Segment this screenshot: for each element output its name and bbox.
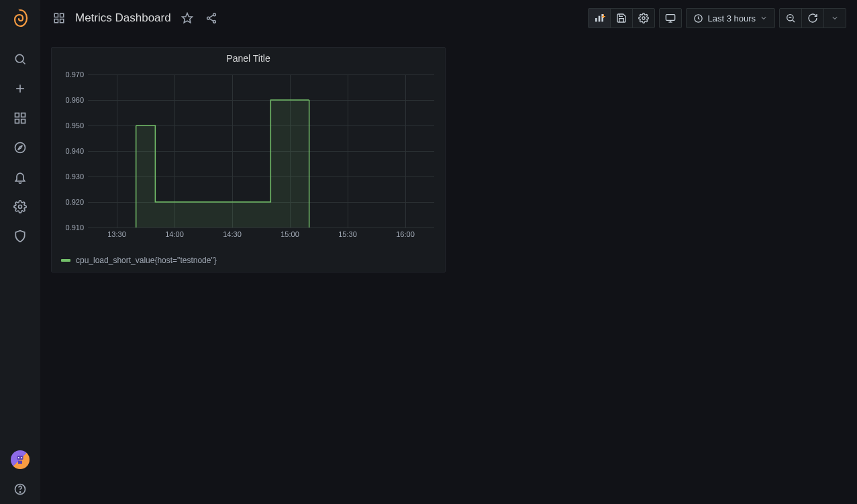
help-icon[interactable] (0, 474, 40, 504)
legend-swatch (61, 259, 70, 262)
svg-point-0 (15, 54, 23, 62)
svg-rect-7 (21, 119, 26, 123)
settings-button[interactable] (632, 8, 655, 28)
clock-icon (693, 13, 703, 23)
sidebar (0, 0, 40, 504)
svg-text:13:30: 13:30 (107, 230, 126, 238)
svg-text:0.910: 0.910 (65, 223, 84, 232)
avatar[interactable] (11, 450, 30, 469)
panel-title: Panel Title (52, 48, 445, 66)
refresh-button[interactable] (801, 8, 824, 28)
chevron-down-icon (760, 14, 768, 22)
svg-rect-20 (60, 19, 64, 23)
star-icon[interactable] (179, 10, 195, 26)
svg-rect-28 (599, 16, 601, 22)
page-title: Metrics Dashboard (75, 11, 171, 25)
svg-text:15:00: 15:00 (281, 230, 299, 238)
svg-text:16:00: 16:00 (396, 230, 415, 238)
bell-icon[interactable] (0, 162, 40, 192)
svg-line-26 (209, 19, 213, 21)
svg-rect-18 (60, 13, 64, 17)
svg-rect-6 (15, 119, 19, 123)
svg-rect-27 (595, 18, 597, 21)
grid-icon[interactable] (51, 10, 67, 26)
refresh-interval-button[interactable] (823, 8, 846, 28)
svg-rect-19 (54, 19, 58, 23)
compass-icon[interactable] (0, 133, 40, 162)
svg-point-14 (21, 457, 22, 458)
svg-point-8 (15, 143, 26, 153)
svg-text:0.970: 0.970 (65, 70, 84, 79)
svg-marker-9 (18, 146, 23, 150)
share-icon[interactable] (203, 10, 219, 26)
svg-point-13 (18, 457, 19, 458)
legend-label: cpu_load_short_value{host="testnode"} (76, 256, 217, 265)
svg-rect-4 (15, 113, 19, 117)
svg-text:0.930: 0.930 (65, 172, 84, 181)
zoom-out-button[interactable] (779, 8, 802, 28)
svg-rect-31 (666, 15, 675, 21)
svg-line-1 (23, 62, 26, 64)
svg-point-22 (213, 13, 215, 16)
time-range-button[interactable]: Last 3 hours (686, 8, 775, 28)
save-button[interactable] (610, 8, 633, 28)
panel[interactable]: Panel Title 0.9100.9200.9300.9400.9500.9… (51, 47, 446, 272)
svg-text:0.960: 0.960 (65, 96, 84, 104)
svg-text:0.940: 0.940 (65, 147, 84, 155)
svg-point-23 (207, 17, 209, 19)
dashboards-icon[interactable] (0, 103, 40, 133)
tv-mode-button[interactable] (659, 8, 682, 28)
svg-point-30 (642, 17, 645, 19)
svg-rect-17 (54, 13, 58, 17)
svg-point-10 (19, 205, 22, 209)
svg-marker-21 (182, 13, 192, 23)
grafana-logo[interactable] (8, 7, 32, 31)
svg-rect-12 (18, 461, 22, 464)
svg-text:0.950: 0.950 (65, 121, 84, 130)
search-icon[interactable] (0, 44, 40, 74)
svg-point-24 (213, 20, 215, 23)
time-range-label: Last 3 hours (707, 13, 756, 23)
svg-text:15:30: 15:30 (338, 230, 357, 238)
svg-line-25 (209, 15, 213, 17)
svg-point-16 (19, 492, 20, 493)
shield-icon[interactable] (0, 221, 40, 251)
svg-line-36 (793, 20, 795, 22)
svg-text:0.920: 0.920 (65, 198, 84, 206)
svg-text:14:00: 14:00 (165, 230, 184, 238)
svg-rect-5 (21, 113, 26, 117)
svg-text:14:30: 14:30 (223, 230, 242, 238)
chart: 0.9100.9200.9300.9400.9500.9600.97013:30… (52, 66, 445, 252)
plus-icon[interactable] (0, 74, 40, 103)
legend[interactable]: cpu_load_short_value{host="testnode"} (52, 252, 445, 272)
add-panel-button[interactable]: + (588, 8, 611, 28)
topbar: Metrics Dashboard + (40, 0, 857, 36)
gear-icon[interactable] (0, 192, 40, 221)
